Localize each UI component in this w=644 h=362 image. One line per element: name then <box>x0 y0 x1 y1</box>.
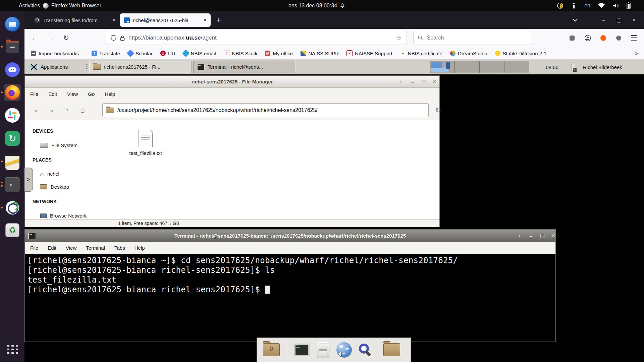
sidebar-item-file-system[interactable]: File System <box>40 142 77 148</box>
menu-file[interactable]: File <box>30 91 38 97</box>
bookmark-nbis-email[interactable]: NBIS email <box>183 51 216 56</box>
menu-file[interactable]: File <box>30 245 38 251</box>
path-bar[interactable]: /castor/project/home/richel/sens2017625/… <box>102 103 429 117</box>
bookmark-nbis-certificate[interactable]: ⌁NBIS certificate <box>400 51 442 56</box>
show-applications-button[interactable] <box>4 341 21 358</box>
taskbar-item-terminal[interactable]: Terminal - richel@sens... <box>193 61 296 73</box>
bookmark-scholar[interactable]: Scholar <box>128 51 153 56</box>
list-all-tabs-icon[interactable] <box>570 15 581 25</box>
bookmark-nbis-slack[interactable]: #NBIS Slack <box>224 50 258 56</box>
close-icon[interactable]: ✕ <box>429 77 439 86</box>
bookmark-naiss-supr[interactable]: NAISS SUPR <box>301 51 339 56</box>
dock-firefox[interactable] <box>4 84 21 101</box>
menu-go[interactable]: Go <box>88 91 95 97</box>
xfce-clock[interactable]: 08:00 <box>540 60 564 74</box>
terminal-output[interactable]: [richel@sens2017625-bianca ~]$ cd sens20… <box>25 254 555 342</box>
dock-rings-app[interactable] <box>4 199 21 217</box>
up-icon[interactable]: ↑ <box>61 105 73 116</box>
menu-help[interactable]: Help <box>105 91 115 97</box>
window-maximize-button[interactable] <box>613 15 624 25</box>
extension-icon-3[interactable] <box>613 32 624 44</box>
lock-icon[interactable] <box>120 35 125 41</box>
forward-icon[interactable]: » <box>46 105 58 116</box>
menu-view[interactable]: View <box>66 245 76 251</box>
dock-folder-icon[interactable] <box>383 343 400 356</box>
dock-discord[interactable] <box>4 61 21 78</box>
bookmark-uu[interactable]: UUU <box>160 51 175 56</box>
workspace-3[interactable] <box>480 61 504 73</box>
shield-icon[interactable] <box>111 35 116 41</box>
applications-menu-button[interactable]: Applications <box>26 61 85 73</box>
back-icon[interactable]: ← <box>30 32 41 44</box>
tab-transferring-files[interactable]: Transferring files to/from × <box>30 13 119 27</box>
dock-file-cabinet-icon[interactable] <box>317 342 329 358</box>
shade-icon[interactable]: ↑ <box>396 77 406 86</box>
dock-files[interactable] <box>4 38 21 56</box>
maximize-icon[interactable]: ▢ <box>537 231 547 240</box>
menu-edit[interactable]: Edit <box>48 91 57 97</box>
bookmark-stable-diffusion[interactable]: Stable Diffusion 2-1 <box>495 51 547 56</box>
back-icon[interactable]: « <box>30 105 42 116</box>
clock-menu[interactable]: ons 13 dec 08:00:34 <box>288 0 345 11</box>
tab-close-icon[interactable]: × <box>204 17 207 23</box>
file-list-area[interactable]: test_filezilla.txt <box>116 120 439 220</box>
account-icon[interactable] <box>582 32 593 44</box>
dock-terminal[interactable]: >_ <box>4 176 21 193</box>
reload-icon[interactable]: ↻ <box>432 105 444 116</box>
bookmark-dreamstudio[interactable]: DreamStudio <box>450 51 487 56</box>
dock-terminal-icon[interactable] <box>294 344 310 356</box>
workspace-2[interactable] <box>455 61 480 73</box>
forward-icon[interactable]: → <box>45 32 56 44</box>
dock-slack[interactable] <box>4 107 21 124</box>
close-icon[interactable]: ✕ <box>548 231 558 240</box>
file-manager-titlebar[interactable]: richel-sens2017625 - File Manager ↑ – ▢ … <box>25 76 439 88</box>
user-indicator[interactable]: Richel Bilderbeek <box>583 60 622 74</box>
focused-app-menu[interactable]: Firefox Web Browser <box>43 0 101 11</box>
minimize-icon[interactable]: – <box>408 77 418 86</box>
dock-web-browser-icon[interactable] <box>336 342 352 358</box>
dock-notes[interactable] <box>4 153 21 170</box>
menu-help[interactable]: Help <box>135 245 145 251</box>
menu-terminal[interactable]: Terminal <box>86 245 105 251</box>
extension-icon-1[interactable] <box>566 32 578 44</box>
bookmarks-overflow-chevron[interactable]: » <box>635 50 637 57</box>
reload-icon[interactable]: ↻ <box>60 32 72 44</box>
maximize-icon[interactable]: ▢ <box>419 77 429 86</box>
window-close-button[interactable]: × <box>629 15 640 25</box>
dock-folder-d-icon[interactable] <box>263 343 280 356</box>
menu-icon[interactable] <box>628 32 640 44</box>
system-tray[interactable]: en <box>557 0 631 11</box>
url-bar[interactable]: https://bianca.uppmax.uu.se/agent ☆ <box>106 31 407 45</box>
menu-view[interactable]: View <box>67 91 78 97</box>
menu-edit[interactable]: Edit <box>48 245 56 251</box>
dock-thunderbird[interactable] <box>4 15 21 33</box>
taskbar-item-file-manager[interactable]: richel-sens2017625 - Fi... <box>89 61 192 73</box>
bookmark-translate[interactable]: TTranslate <box>92 51 120 56</box>
terminal-titlebar[interactable]: Terminal - richel@sens2017625-bianca:~/s… <box>25 230 555 242</box>
menu-tabs[interactable]: Tabs <box>114 245 125 251</box>
new-tab-button[interactable]: + <box>216 15 221 25</box>
workspace-4[interactable] <box>504 61 529 73</box>
clipman-icon[interactable] <box>571 62 575 71</box>
search-box[interactable] <box>413 31 532 45</box>
sidebar-item-browse-network[interactable]: Browse Network <box>40 213 87 219</box>
tab-richel-sens-active[interactable]: richel@sens2017625-bia × <box>120 13 211 27</box>
sidebar-item-desktop[interactable]: Desktop <box>40 184 69 190</box>
workspace-1[interactable] <box>430 61 455 73</box>
home-icon[interactable]: ⌂ <box>76 105 89 116</box>
minimize-icon[interactable]: – <box>526 231 536 240</box>
bookmark-naisse-support[interactable]: ✓NAISSE Support <box>346 50 392 56</box>
bookmark-import[interactable]: ⇥Import bookmarks… <box>31 51 84 56</box>
dock-sync-app[interactable]: ↻ <box>4 130 21 147</box>
bookmark-star-icon[interactable]: ☆ <box>396 34 402 42</box>
tab-close-icon[interactable]: × <box>112 17 115 23</box>
workspace-pager[interactable] <box>430 61 529 73</box>
sidebar-item-richel[interactable]: ⌂richel <box>40 171 59 177</box>
bookmark-my-office[interactable]: MMy office <box>265 51 293 56</box>
dock-search-icon[interactable] <box>359 344 369 354</box>
shade-icon[interactable]: ↑ <box>515 231 525 240</box>
dock-trash[interactable]: ♻ <box>4 222 21 239</box>
activities-button[interactable]: Activities <box>19 0 40 11</box>
window-minimize-button[interactable]: – <box>598 15 609 25</box>
panel-reveal-flap[interactable]: > <box>24 168 33 192</box>
